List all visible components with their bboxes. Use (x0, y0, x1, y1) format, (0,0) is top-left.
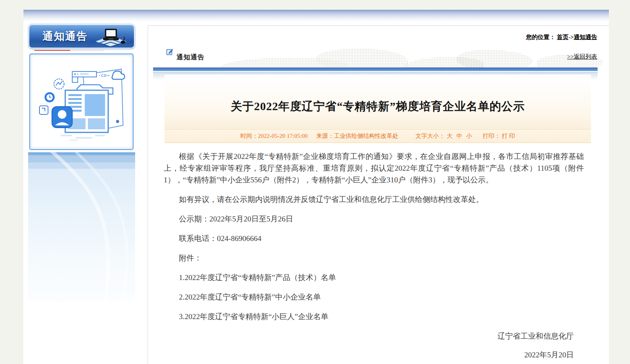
breadcrumb-label: 您的位置： (526, 34, 555, 40)
print-button[interactable]: 打 印 (502, 133, 515, 139)
font-size-small[interactable]: 小 (466, 133, 472, 139)
breadcrumb: 您的位置： 首页->通知通告 (526, 34, 597, 41)
section-divider-bar (153, 68, 598, 73)
article-signature: 辽宁省工业和信息化厅 (164, 330, 574, 342)
main-content-panel: 您的位置： 首页->通知通告 通知通告 >>返回列表 关于20 (148, 25, 609, 364)
svg-text:-co→: -co→ (98, 73, 109, 78)
sidebar-header: 通知通告 (28, 24, 135, 49)
attachment-item: 3.2022年度辽宁省专精特新“小巨人”企业名单 (164, 311, 584, 323)
attachment-item: 1.2022年度辽宁省“专精特新”产品（技术）名单 (164, 272, 584, 284)
sidebar-illustration-panel: -co→ (29, 54, 134, 150)
sidebar-header-banner: 通知通告 (29, 25, 134, 48)
page-top-gradient (23, 10, 609, 21)
print-label: 打印： (483, 133, 500, 139)
meta-source-value: 工业供给侧结构性改革处 (334, 133, 398, 139)
page-container: 通知通告 (23, 10, 609, 364)
sidebar-decoration (28, 152, 135, 302)
back-to-list-link[interactable]: >>返回列表 (567, 53, 597, 61)
font-size-medium[interactable]: 中 (457, 133, 462, 139)
meta-time-label: 时间： (241, 133, 258, 139)
breadcrumb-arrow: -> (568, 34, 574, 40)
meta-source-label: 来源： (316, 133, 334, 139)
article-paragraph: 附件： (164, 252, 584, 264)
article-body: 根据《关于开展2022年度“专精特新”企业梯度培育工作的通知》要求，在企业自愿网… (164, 151, 584, 364)
font-size-label: 文字大小： (416, 133, 445, 139)
article-meta-bar: 时间：2022-05-20 17:05:00来源：工业供给侧结构性改革处文字大小… (164, 129, 591, 143)
article-paragraph: 根据《关于开展2022年度“专精特新”企业梯度培育工作的通知》要求，在企业自愿网… (164, 151, 584, 186)
breadcrumb-current-link[interactable]: 通知通告 (574, 34, 597, 40)
red-accent-line-faint (70, 50, 104, 51)
sidebar-title: 通知通告 (43, 25, 88, 48)
article-paragraph: 公示期：2022年5月20日至5月26日 (164, 213, 584, 225)
section-header: 通知通告 (166, 48, 205, 62)
edit-icon (166, 48, 173, 57)
laptop-icon (90, 27, 131, 48)
article-title-box: 关于2022年度辽宁省“专精特新”梯度培育企业名单的公示 (164, 75, 591, 129)
article-date: 2022年5月20日 (164, 349, 574, 361)
meta-time-value: 2022-05-20 17:05:00 (258, 133, 308, 139)
swoosh-curves (28, 152, 135, 302)
article-paragraph: 如有异议，请在公示期内说明情况并反馈辽宁省工业和信息化厅工业供给侧结构性改革处。 (164, 194, 584, 205)
attachment-item: 2.2022年度辽宁省“专精特新”中小企业名单 (164, 291, 584, 303)
article-title: 关于2022年度辽宁省“专精特新”梯度培育企业名单的公示 (164, 75, 591, 114)
font-size-large[interactable]: 大 (447, 133, 453, 139)
section-title: 通知通告 (177, 53, 205, 62)
breadcrumb-home-link[interactable]: 首页 (557, 34, 568, 40)
website-illustration: -co→ (36, 60, 127, 144)
notice-page: { "sidebar": { "header": { "title": "通知通… (0, 0, 630, 364)
red-accent-line (34, 50, 70, 51)
article-paragraph: 联系电话：024-86906664 (164, 233, 584, 244)
